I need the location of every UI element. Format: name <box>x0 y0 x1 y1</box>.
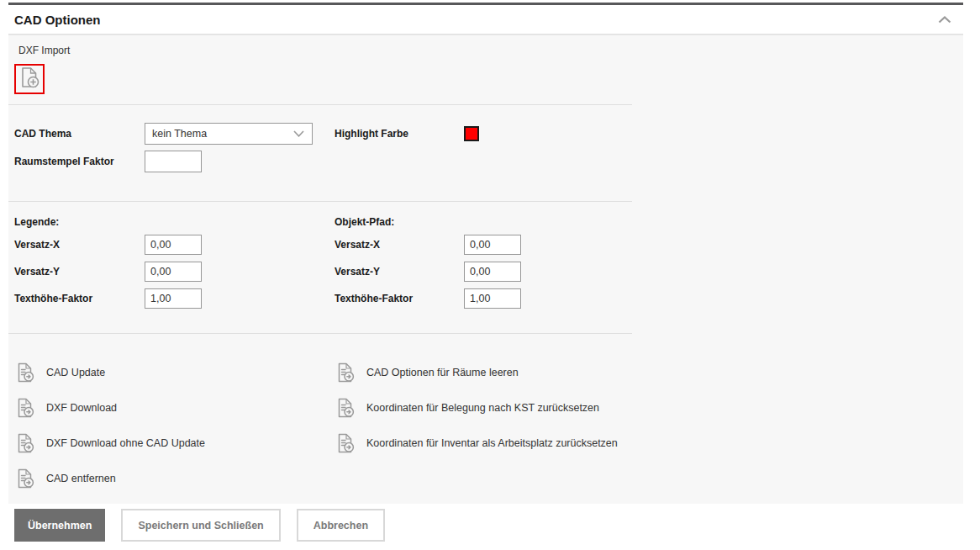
cad-update-button[interactable]: CAD Update <box>14 362 335 383</box>
cad-optionen-raeume-leeren-button[interactable]: CAD Optionen für Räume leeren <box>335 362 618 383</box>
versatz-x-label: Versatz-X <box>335 235 464 255</box>
save-and-close-button[interactable]: Speichern und Schließen <box>121 509 280 542</box>
cad-thema-selected-value: kein Thema <box>152 128 207 140</box>
page-title: CAD Optionen <box>14 13 101 27</box>
versatz-y-label: Versatz-Y <box>335 262 464 282</box>
legende-versatz-y-row: Versatz-Y <box>14 262 335 282</box>
dxf-import-label: DXF Import <box>14 45 963 56</box>
legende-versatz-y-input[interactable] <box>145 262 202 282</box>
objekt-pfad-versatz-y-input[interactable] <box>464 262 521 282</box>
highlight-farbe-label: Highlight Farbe <box>335 123 464 145</box>
apply-button[interactable]: Übernehmen <box>14 509 105 542</box>
texthoehe-faktor-label: Texthöhe-Faktor <box>335 288 464 309</box>
document-arrow-icon <box>15 362 35 383</box>
chevron-down-icon <box>293 128 304 140</box>
actions-left-column: CAD Update DXF Download <box>14 362 335 504</box>
koordinaten-belegung-kst-button[interactable]: Koordinaten für Belegung nach KST zurück… <box>335 397 618 419</box>
document-arrow-icon <box>335 398 356 418</box>
document-arrow-icon <box>335 362 356 383</box>
footer-button-bar: Übernehmen Speichern und Schließen Abbre… <box>14 509 980 542</box>
legende-group: Legende: Versatz-X Versatz-Y Texthöhe-Fa… <box>14 216 335 333</box>
legende-texthoehe-input[interactable] <box>145 288 202 309</box>
chevron-up-icon <box>938 12 951 27</box>
highlight-color-swatch[interactable] <box>464 126 479 141</box>
document-arrow-icon <box>15 398 35 418</box>
action-label: DXF Download <box>46 402 117 414</box>
page: CAD Optionen DXF Import <box>0 0 980 542</box>
panel-content: DXF Import CAD Thema <box>8 35 963 504</box>
raumstempel-row: Raumstempel Faktor <box>14 151 963 172</box>
document-plus-icon <box>18 66 40 92</box>
document-arrow-icon <box>335 433 356 453</box>
koordinaten-inventar-arbeitsplatz-button[interactable]: Koordinaten für Inventar als Arbeitsplat… <box>335 432 618 454</box>
document-arrow-icon <box>15 468 35 489</box>
objekt-pfad-texthoehe-input[interactable] <box>464 288 521 309</box>
objekt-pfad-group: Objekt-Pfad: Versatz-X Versatz-Y Texthöh… <box>335 216 521 333</box>
cad-thema-row: CAD Thema kein Thema Highlight Farbe <box>14 123 963 145</box>
legende-title: Legende: <box>14 216 335 228</box>
cad-options-panel: CAD Optionen DXF Import <box>8 3 963 504</box>
texthoehe-faktor-label: Texthöhe-Faktor <box>14 288 145 309</box>
raumstempel-faktor-label: Raumstempel Faktor <box>14 151 145 172</box>
objekt-pfad-title: Objekt-Pfad: <box>335 216 521 228</box>
theme-section: CAD Thema kein Thema Highlight Farbe Rau… <box>8 105 963 201</box>
action-label: DXF Download ohne CAD Update <box>46 437 205 449</box>
versatz-x-label: Versatz-X <box>14 235 145 255</box>
actions-right-column: CAD Optionen für Räume leeren <box>335 362 618 504</box>
legende-texthoehe-row: Texthöhe-Faktor <box>14 288 335 309</box>
cancel-button[interactable]: Abbrechen <box>297 509 385 542</box>
actions-section: CAD Update DXF Download <box>8 334 963 504</box>
dxf-import-button[interactable] <box>14 64 45 94</box>
objekt-pfad-versatz-x-input[interactable] <box>464 235 521 255</box>
legende-versatz-x-input[interactable] <box>145 235 202 255</box>
objekt-pfad-versatz-y-row: Versatz-Y <box>335 262 521 282</box>
document-arrow-icon <box>15 433 35 453</box>
action-label: Koordinaten für Belegung nach KST zurück… <box>366 402 599 414</box>
action-label: CAD entfernen <box>46 473 116 484</box>
dxf-download-button[interactable]: DXF Download <box>14 397 335 419</box>
objekt-pfad-texthoehe-row: Texthöhe-Faktor <box>335 288 521 309</box>
cad-thema-label: CAD Thema <box>14 123 145 145</box>
versatz-y-label: Versatz-Y <box>14 262 145 282</box>
collapse-panel-button[interactable] <box>938 12 951 27</box>
action-label: CAD Update <box>46 367 105 378</box>
legende-versatz-x-row: Versatz-X <box>14 235 335 255</box>
objekt-pfad-versatz-x-row: Versatz-X <box>335 235 521 255</box>
cad-thema-select[interactable]: kein Thema <box>145 123 313 145</box>
action-label: Koordinaten für Inventar als Arbeitsplat… <box>366 437 618 449</box>
raumstempel-faktor-input[interactable] <box>145 151 202 172</box>
offsets-section: Legende: Versatz-X Versatz-Y Texthöhe-Fa… <box>8 202 963 333</box>
dxf-download-ohne-cad-update-button[interactable]: DXF Download ohne CAD Update <box>14 432 335 454</box>
dxf-import-section: DXF Import <box>8 35 963 104</box>
cad-entfernen-button[interactable]: CAD entfernen <box>14 468 335 489</box>
panel-header: CAD Optionen <box>8 5 963 35</box>
action-label: CAD Optionen für Räume leeren <box>366 367 519 378</box>
